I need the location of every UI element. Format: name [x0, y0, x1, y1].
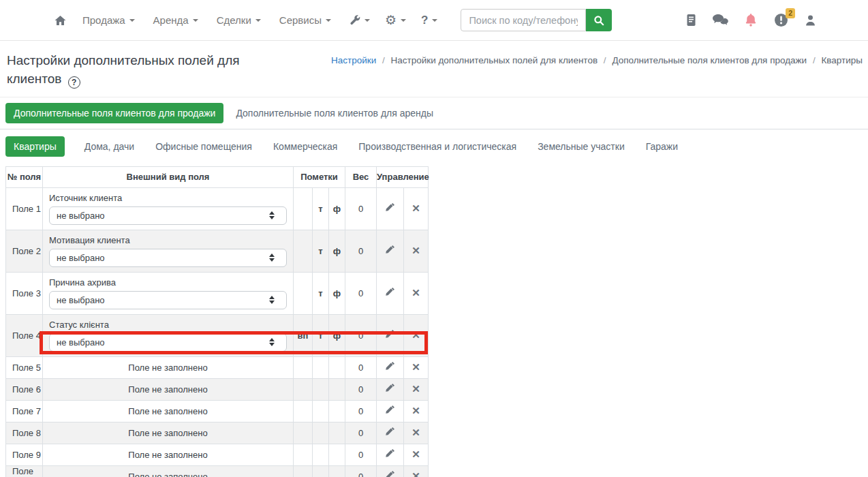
mark-f — [329, 356, 345, 378]
delete-button[interactable]: ✕ — [404, 465, 429, 477]
search-input[interactable] — [461, 9, 586, 31]
field-number: Поле 4 — [6, 314, 43, 356]
mark-f: ф — [329, 314, 345, 356]
field-select[interactable]: не выбрано — [49, 291, 287, 309]
pencil-icon — [385, 361, 395, 371]
edit-button[interactable] — [377, 465, 404, 477]
field-weight: 0 — [345, 356, 377, 378]
close-icon: ✕ — [412, 405, 420, 416]
field-select[interactable]: не выбрано — [49, 333, 287, 352]
close-icon: ✕ — [412, 470, 420, 477]
fields-table: № поля Внешний вид поля Пометки Вес Упра… — [5, 166, 429, 477]
table-row: Поле 3 Причина ахрива не выбрано т ф 0 ✕ — [6, 272, 429, 314]
delete-button[interactable]: ✕ — [404, 314, 429, 356]
pencil-icon — [385, 287, 395, 297]
table-row: Поле 4 Статус клієнта не выбрано вп т ф … — [6, 314, 429, 356]
nav-menu-sdelki[interactable]: Сделки — [217, 14, 261, 26]
field-select[interactable]: не выбрано — [49, 249, 287, 267]
help-circle-icon[interactable]: ? — [68, 76, 80, 89]
field-label: Статус клієнта — [49, 320, 287, 330]
chat-icon[interactable] — [712, 14, 728, 27]
search-button[interactable] — [586, 9, 612, 31]
alert-icon[interactable]: 2 — [773, 12, 789, 28]
field-number: Поле 8 — [6, 422, 43, 444]
edit-button[interactable] — [377, 422, 404, 444]
edit-button[interactable] — [377, 187, 404, 230]
field-number: Поле 10 — [6, 465, 43, 477]
delete-button[interactable]: ✕ — [404, 378, 429, 400]
chevron-down-icon — [432, 19, 437, 22]
delete-button[interactable]: ✕ — [404, 272, 429, 314]
tools-menu[interactable] — [350, 15, 370, 26]
mark-vp — [294, 444, 313, 465]
fields-table-wrap: № поля Внешний вид поля Пометки Вес Упра… — [5, 166, 441, 477]
select-updown-icon — [269, 296, 275, 304]
delete-button[interactable]: ✕ — [404, 422, 429, 444]
chevron-down-icon — [129, 19, 135, 22]
nav-menu-servisy[interactable]: Сервисы — [279, 14, 331, 26]
gear-icon: ⚙ — [385, 14, 397, 27]
field-number: Поле 6 — [6, 378, 43, 400]
mark-vp — [294, 230, 313, 272]
delete-button[interactable]: ✕ — [404, 444, 429, 465]
delete-button[interactable]: ✕ — [404, 356, 429, 378]
select-value: не выбрано — [57, 337, 105, 348]
table-row: Поле 7 Поле не заполнено 0 ✕ — [6, 400, 429, 422]
field-weight: 0 — [345, 400, 377, 422]
tab-garazhi[interactable]: Гаражи — [645, 136, 679, 157]
tab-rent-fields[interactable]: Дополнительные поля клиентов для аренды — [234, 103, 435, 123]
select-value: не выбрано — [57, 295, 105, 305]
tab-doma-dachi[interactable]: Дома, дачи — [83, 136, 136, 157]
breadcrumb-link-settings[interactable]: Настройки — [331, 55, 376, 65]
edit-button[interactable] — [377, 230, 404, 272]
settings-menu[interactable]: ⚙ — [385, 14, 406, 27]
nav-menu-arenda[interactable]: Аренда — [153, 14, 198, 26]
tab-kvartiry[interactable]: Квартиры — [5, 136, 65, 157]
table-row: Поле 2 Мотивация клиента не выбрано т ф … — [6, 230, 429, 272]
mark-vp: вп — [294, 314, 313, 356]
nav-menu-prodazha[interactable]: Продажа — [82, 14, 135, 26]
edit-button[interactable] — [377, 314, 404, 356]
delete-button[interactable]: ✕ — [404, 400, 429, 422]
close-icon: ✕ — [412, 329, 420, 341]
user-icon[interactable] — [805, 14, 816, 27]
nav-menu-label: Продажа — [82, 14, 125, 26]
table-row: Поле 1 Источник клиента не выбрано т ф 0… — [6, 187, 429, 230]
close-icon: ✕ — [412, 287, 420, 298]
tab-kommercheskaya[interactable]: Коммерческая — [272, 136, 339, 157]
bell-icon[interactable] — [744, 13, 758, 27]
edit-button[interactable] — [377, 272, 404, 314]
tab-proizvodstvennaya[interactable]: Производственная и логистическая — [357, 136, 518, 157]
mark-f — [329, 422, 345, 444]
help-menu[interactable]: ? — [421, 14, 437, 27]
field-select[interactable]: не выбрано — [49, 206, 287, 225]
mark-t — [313, 356, 329, 378]
field-weight: 0 — [345, 378, 377, 400]
pencil-icon — [385, 329, 395, 339]
breadcrumb-item: Квартиры — [821, 55, 863, 65]
close-icon: ✕ — [412, 361, 420, 373]
field-empty-text: Поле не заполнено — [43, 422, 294, 444]
tab-zemelnye[interactable]: Земельные участки — [536, 136, 626, 157]
pencil-icon — [385, 202, 395, 213]
journal-icon[interactable] — [686, 14, 696, 27]
breadcrumb-item: Настройки дополнительных полей для клиен… — [391, 55, 598, 65]
top-navbar: Продажа Аренда Сделки Сервисы ⚙ ? — [0, 0, 868, 41]
mark-t — [313, 400, 329, 422]
mark-t — [313, 378, 329, 400]
edit-button[interactable] — [377, 400, 404, 422]
edit-button[interactable] — [377, 444, 404, 465]
mark-vp — [294, 356, 313, 378]
mark-vp — [294, 272, 313, 314]
home-icon[interactable] — [55, 15, 66, 26]
delete-button[interactable]: ✕ — [404, 230, 429, 272]
tab-sale-fields[interactable]: Дополнительные поля клиентов для продажи — [5, 103, 223, 123]
table-header-row: № поля Внешний вид поля Пометки Вес Упра… — [6, 166, 429, 187]
tab-ofisnye[interactable]: Офисные помещения — [154, 136, 253, 157]
mark-t: т — [313, 272, 329, 314]
field-number: Поле 7 — [6, 400, 43, 422]
edit-button[interactable] — [377, 356, 404, 378]
delete-button[interactable]: ✕ — [404, 187, 429, 230]
edit-button[interactable] — [377, 378, 404, 400]
category-tabs: Квартиры Дома, дачи Офисные помещения Ко… — [0, 129, 868, 158]
